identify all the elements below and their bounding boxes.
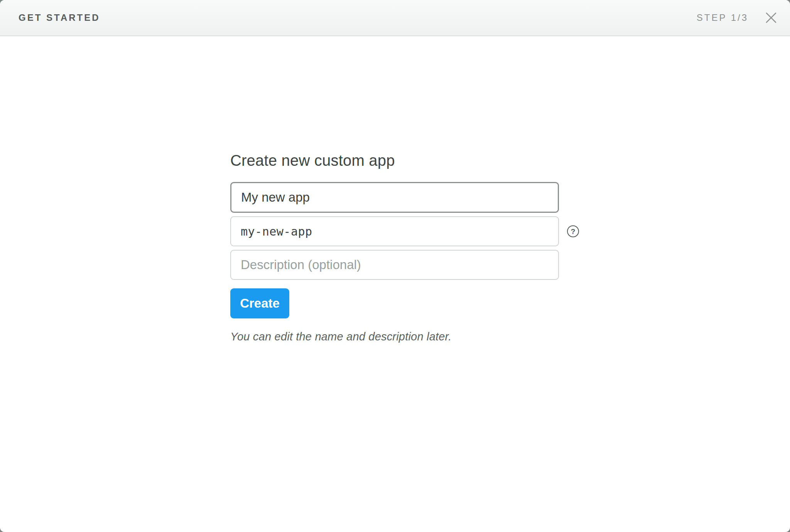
get-started-modal: GET STARTED STEP 1/3 Create new custom a…: [0, 0, 790, 532]
step-indicator: STEP 1/3: [697, 12, 748, 23]
close-button[interactable]: [765, 12, 777, 24]
app-name-input[interactable]: [230, 182, 559, 213]
close-icon: [766, 12, 776, 23]
modal-title: GET STARTED: [19, 12, 100, 23]
create-app-form: Create new custom app ? Create You can e…: [230, 152, 559, 343]
app-slug-input[interactable]: [230, 216, 559, 246]
modal-header: GET STARTED STEP 1/3: [0, 0, 790, 36]
app-slug-field-row: ?: [230, 216, 559, 246]
create-button[interactable]: Create: [230, 288, 289, 318]
description-input[interactable]: [230, 250, 559, 280]
help-icon[interactable]: ?: [567, 226, 579, 237]
app-name-field-row: [230, 182, 559, 213]
edit-later-note: You can edit the name and description la…: [230, 330, 559, 343]
app-window: { "header": { "title": "GET STARTED", "s…: [0, 0, 790, 532]
description-field-row: [230, 250, 559, 280]
header-right-group: STEP 1/3: [697, 12, 777, 24]
page-title: Create new custom app: [230, 152, 559, 169]
